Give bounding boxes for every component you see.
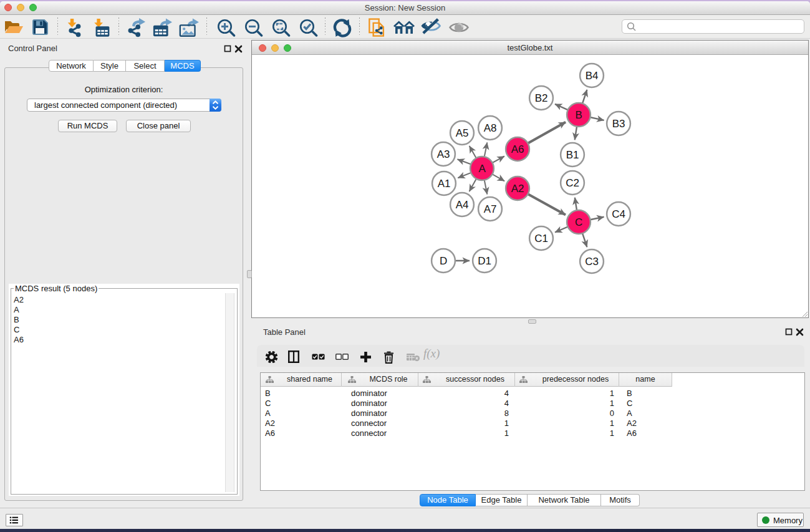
svg-text:C3: C3 — [585, 256, 598, 268]
svg-text:B2: B2 — [535, 92, 547, 104]
svg-text:B3: B3 — [612, 118, 625, 130]
svg-text:A1: A1 — [438, 178, 450, 190]
svg-text:A8: A8 — [484, 122, 496, 134]
svg-text:B: B — [575, 109, 582, 121]
svg-text:B1: B1 — [566, 149, 579, 161]
svg-text:A6: A6 — [511, 143, 524, 155]
svg-text:A4: A4 — [456, 199, 468, 211]
svg-text:A: A — [478, 163, 486, 175]
svg-text:D: D — [440, 255, 447, 267]
svg-text:A7: A7 — [484, 203, 496, 215]
svg-text:B4: B4 — [586, 70, 598, 82]
svg-text:C2: C2 — [566, 177, 579, 189]
svg-text:D1: D1 — [478, 255, 491, 267]
svg-text:A3: A3 — [437, 148, 450, 160]
svg-text:A5: A5 — [456, 127, 468, 139]
svg-text:A2: A2 — [511, 183, 524, 195]
svg-text:C4: C4 — [612, 208, 625, 220]
svg-text:C: C — [575, 216, 582, 228]
svg-text:C1: C1 — [534, 233, 547, 244]
